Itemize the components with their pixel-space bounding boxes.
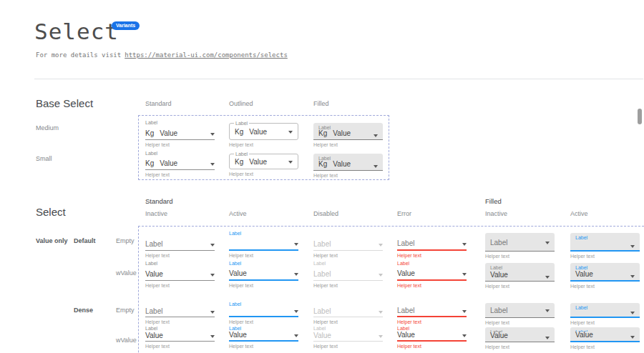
- dropdown-arrow-icon: [210, 311, 215, 314]
- select-cell-standard-inactive: LabelHelper text: [145, 230, 215, 259]
- dropdown-arrow-icon: [288, 161, 293, 164]
- select-value: Value: [229, 270, 247, 277]
- floating-label: Label: [313, 260, 383, 267]
- select-cell-standard-inactive: LabelHelper text: [145, 301, 215, 325]
- dropdown-arrow-icon: [294, 310, 298, 313]
- floating-label: Label: [229, 301, 298, 307]
- base-select-filled[interactable]: LabelKgValue: [313, 154, 383, 171]
- base-select-filled[interactable]: LabelKgValue: [313, 123, 383, 140]
- select-standard-error-wvalue[interactable]: Value: [397, 332, 467, 342]
- select-cell-standard-disabled: LabelHelper text: [313, 230, 383, 259]
- select-value: KgValue: [318, 129, 351, 137]
- value-text: Value: [333, 129, 351, 137]
- select-standard-disabled-wvalue[interactable]: Value: [313, 332, 383, 342]
- value-text: Value: [249, 158, 267, 166]
- base-cell-outlined: LabelKgValueHelper text: [229, 119, 298, 148]
- floating-label: [313, 301, 383, 307]
- select-standard-active-empty[interactable]: [229, 237, 298, 251]
- select-filled-inactive-wvalue[interactable]: LabelValue: [485, 263, 555, 282]
- dropdown-arrow-icon: [210, 274, 215, 277]
- select-cell-filled-active: LabelHelper text: [570, 301, 640, 326]
- header-divider: [34, 79, 643, 79]
- select-value: Value: [229, 332, 247, 339]
- select-standard-disabled-empty[interactable]: Label: [313, 307, 383, 317]
- dropdown-arrow-icon: [294, 243, 298, 246]
- select-standard-error-empty[interactable]: Label: [397, 237, 467, 251]
- select-heading: Select: [36, 206, 66, 218]
- helper-text: Helper text: [229, 319, 298, 325]
- select-cell-standard-error: LabelValueHelper text: [397, 260, 467, 289]
- select-value: Value: [313, 332, 331, 339]
- helper-text: Helper text: [229, 283, 298, 289]
- scrollbar-thumb[interactable]: [638, 109, 642, 124]
- select-filled-active-wvalue[interactable]: LabelValue: [570, 327, 640, 342]
- select-value-row: Label: [490, 304, 550, 317]
- dropdown-arrow-icon: [462, 334, 467, 337]
- select-value-row: [575, 242, 635, 250]
- select-cell-standard-inactive: LabelValueHelper text: [145, 325, 215, 349]
- select-state-header: Error: [397, 210, 411, 217]
- dropdown-arrow-icon: [462, 243, 467, 246]
- select-standard-active-empty[interactable]: [229, 307, 298, 317]
- select-value: KgValue: [235, 128, 267, 136]
- helper-text: Helper text: [313, 283, 383, 289]
- helper-text: Helper text: [397, 283, 467, 289]
- select-standard-inactive-empty[interactable]: Label: [145, 237, 215, 251]
- select-filled-active-empty[interactable]: Label: [570, 303, 640, 318]
- select-cell-standard-active: LabelHelper text: [229, 301, 298, 325]
- select-cell-standard-error: LabelValueHelper text: [397, 325, 467, 349]
- select-value: Label: [490, 239, 507, 247]
- select-value: Value: [397, 332, 415, 339]
- helper-text: Helper text: [570, 344, 640, 350]
- dropdown-arrow-icon: [630, 245, 635, 248]
- select-standard-error-empty[interactable]: Label: [397, 307, 467, 317]
- select-value: Label: [490, 307, 507, 314]
- base-select-standard[interactable]: KgValue: [145, 157, 215, 170]
- select-standard-active-wvalue[interactable]: Value: [229, 267, 298, 281]
- dropdown-arrow-icon: [210, 163, 215, 166]
- helper-text: Helper text: [570, 254, 640, 259]
- dropdown-arrow-icon: [630, 312, 635, 314]
- select-standard-inactive-wvalue[interactable]: Value: [145, 267, 215, 281]
- adornment-text: Kg: [145, 159, 154, 167]
- base-select-outlined[interactable]: LabelKgValue: [229, 123, 298, 140]
- value-text: Value: [249, 128, 267, 136]
- select-filled-inactive-empty[interactable]: Label: [485, 303, 555, 318]
- select-cell-filled-active: LabelHelper text: [570, 230, 640, 259]
- base-cell-standard: LabelKgValueHelper text: [145, 119, 215, 148]
- select-sticker-sheet-canvas: Select Variants For more details visit h…: [0, 0, 644, 353]
- select-state-header: Disabled: [313, 210, 338, 217]
- adornment-text: Kg: [318, 129, 327, 137]
- row-group-label: Value only: [36, 237, 68, 244]
- select-standard-inactive-wvalue[interactable]: Value: [145, 332, 215, 342]
- select-value: Label: [145, 308, 162, 315]
- select-standard-inactive-empty[interactable]: Label: [145, 307, 215, 317]
- helper-text: Helper text: [570, 284, 640, 289]
- select-standard-disabled-empty[interactable]: Label: [313, 237, 383, 251]
- select-standard-active-wvalue[interactable]: Value: [229, 332, 298, 342]
- material-ui-link[interactable]: https://material-ui.com/components/selec…: [125, 51, 288, 59]
- dropdown-arrow-icon: [294, 273, 298, 276]
- select-value: Value: [490, 272, 508, 279]
- select-filled-inactive-empty[interactable]: Label: [485, 233, 555, 252]
- dropdown-arrow-icon: [630, 336, 635, 339]
- select-value: KgValue: [318, 160, 351, 168]
- floating-label: Label: [145, 119, 215, 126]
- base-select-outlined[interactable]: LabelKgValue: [229, 154, 298, 169]
- base-select-standard[interactable]: KgValue: [145, 126, 215, 140]
- helper-text: Helper text: [313, 253, 383, 259]
- select-filled-active-wvalue[interactable]: LabelValue: [570, 263, 640, 282]
- helper-text: Helper text: [313, 344, 383, 349]
- select-value: KgValue: [145, 129, 177, 137]
- floating-label: Label: [397, 260, 467, 267]
- select-standard-error-wvalue[interactable]: Value: [397, 267, 467, 281]
- select-filled-inactive-wvalue[interactable]: LabelValue: [485, 327, 555, 342]
- select-filled-active-empty[interactable]: Label: [570, 233, 640, 252]
- floating-label: Label: [229, 260, 298, 267]
- floating-label: Label: [318, 124, 378, 129]
- select-standard-disabled-wvalue[interactable]: Label: [313, 267, 383, 281]
- select-value: Value: [575, 271, 593, 278]
- subtitle: For more details visit https://material-…: [36, 51, 288, 59]
- base-column-header: Standard: [145, 100, 172, 107]
- select-value: Value: [490, 332, 508, 339]
